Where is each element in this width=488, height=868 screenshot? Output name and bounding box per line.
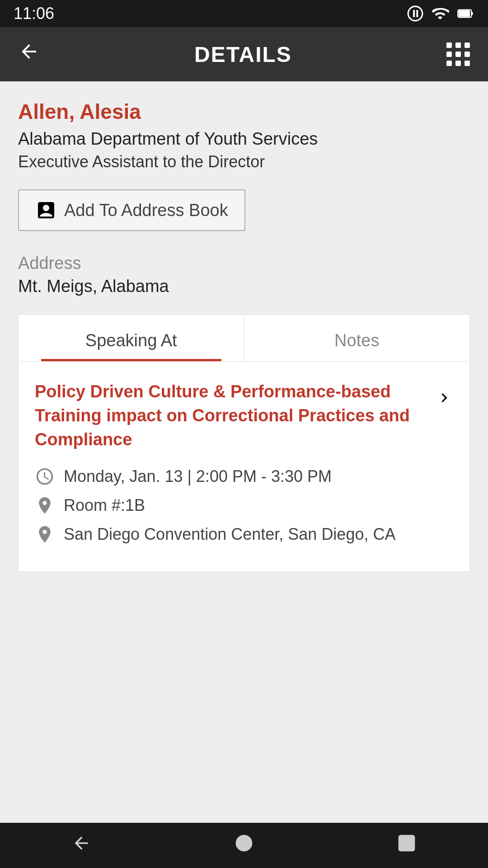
svg-point-6: [237, 836, 252, 851]
grid-dot: [455, 61, 461, 66]
grid-dot: [465, 42, 470, 48]
svg-point-0: [408, 6, 422, 21]
grid-dot: [455, 52, 461, 57]
grid-dot: [446, 52, 452, 57]
battery-icon: [456, 5, 474, 23]
svg-rect-7: [399, 836, 414, 851]
grid-dot: [465, 52, 470, 57]
room-icon: [35, 495, 55, 515]
add-to-address-book-label: Add To Address Book: [64, 201, 228, 220]
status-bar: 11:06: [0, 0, 488, 27]
session-room-row: Room #:1B: [35, 495, 426, 515]
svg-rect-2: [416, 10, 418, 17]
address-label: Address: [18, 254, 470, 273]
wifi-icon: [431, 5, 449, 23]
contact-name: Allen, Alesia: [18, 99, 470, 124]
location-icon: [35, 524, 55, 544]
grid-menu-button[interactable]: [446, 42, 470, 66]
contact-job-title: Executive Assistant to the Director: [18, 152, 470, 171]
grid-dot: [465, 61, 470, 66]
session-chevron-right[interactable]: [426, 380, 453, 409]
tabs-header: Speaking At Notes: [19, 315, 469, 362]
grid-dot: [446, 61, 452, 66]
nav-bar: DETAILS: [0, 27, 488, 81]
clock-icon: [35, 467, 55, 486]
status-icons: [407, 5, 474, 23]
add-to-address-book-button[interactable]: Add To Address Book: [18, 189, 245, 231]
session-title: Policy Driven Culture & Performance-base…: [35, 380, 426, 452]
grid-dot: [455, 42, 461, 48]
tabs-card: Speaking At Notes Policy Driven Culture …: [18, 314, 470, 572]
tab-speaking-at[interactable]: Speaking At: [19, 315, 244, 361]
session-venue: San Diego Convention Center, San Diego, …: [64, 525, 395, 544]
page-title: DETAILS: [194, 42, 292, 67]
svg-rect-4: [459, 10, 470, 16]
grid-dot: [446, 42, 452, 48]
bottom-nav: [0, 823, 488, 868]
session-info[interactable]: Policy Driven Culture & Performance-base…: [35, 380, 426, 553]
recents-nav-button[interactable]: [397, 833, 417, 858]
notification-icon: [407, 5, 424, 22]
svg-rect-5: [471, 12, 473, 15]
tab-content-speaking-at: Policy Driven Culture & Performance-base…: [19, 362, 469, 571]
session-room: Room #:1B: [64, 496, 145, 515]
back-nav-button[interactable]: [71, 833, 91, 858]
address-book-icon: [35, 199, 57, 221]
session-venue-row: San Diego Convention Center, San Diego, …: [35, 524, 426, 544]
main-content: Allen, Alesia Alabama Department of Yout…: [0, 81, 488, 823]
back-button[interactable]: [18, 41, 40, 68]
svg-rect-1: [413, 10, 415, 17]
home-nav-button[interactable]: [234, 833, 254, 858]
address-section: Address Mt. Meigs, Alabama: [18, 254, 470, 296]
status-time: 11:06: [14, 4, 54, 23]
address-value: Mt. Meigs, Alabama: [18, 277, 470, 296]
tab-notes[interactable]: Notes: [244, 315, 470, 361]
session-datetime: Monday, Jan. 13 | 2:00 PM - 3:30 PM: [64, 467, 332, 486]
session-datetime-row: Monday, Jan. 13 | 2:00 PM - 3:30 PM: [35, 467, 426, 486]
contact-organization: Alabama Department of Youth Services: [18, 129, 470, 149]
